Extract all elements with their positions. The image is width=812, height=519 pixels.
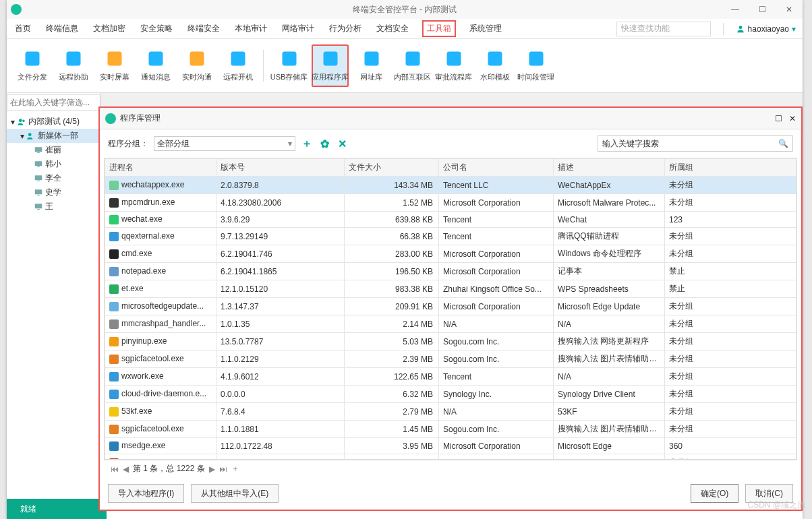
usb-icon: [280, 49, 299, 68]
svg-rect-25: [35, 204, 42, 208]
tool-USB存储库[interactable]: USB存储库: [270, 44, 308, 87]
menu-本地审计[interactable]: 本地审计: [233, 20, 268, 37]
tool-远程开机[interactable]: 远程开机: [219, 44, 256, 87]
dialog-maximize-button[interactable]: ☐: [775, 114, 782, 123]
pager-next[interactable]: ▶: [209, 464, 215, 474]
menu-安全策略[interactable]: 安全策略: [139, 20, 174, 37]
svg-rect-2: [66, 52, 80, 66]
quick-search-input[interactable]: 快速查找功能: [616, 22, 711, 36]
pager-first[interactable]: ⏮: [111, 464, 119, 474]
tool-文件分发[interactable]: 文件分发: [13, 44, 51, 87]
svg-rect-17: [35, 147, 42, 152]
table-row[interactable]: calculatorapp.exe11.2307.4.019.00 MBMicr…: [105, 454, 796, 460]
chat-icon: [187, 49, 206, 68]
table-row[interactable]: mpcmdrun.exe4.18.23080.20061.52 MBMicros…: [105, 194, 796, 212]
process-table[interactable]: 进程名版本号文件大小公司名描述所属组 wechatappex.exe2.0.83…: [104, 158, 797, 460]
table-row[interactable]: cmd.exe6.2.19041.746283.00 KBMicrosoft C…: [105, 245, 796, 263]
dialog-footer: 导入本地程序(I) 从其他组中导入(E) 确定(O) 取消(C): [100, 477, 801, 510]
tool-网址库[interactable]: 网址库: [353, 44, 390, 87]
menu-首页[interactable]: 首页: [13, 20, 32, 37]
tree-user[interactable]: 王: [7, 200, 100, 214]
menu-系统管理[interactable]: 系统管理: [468, 20, 503, 37]
bell-icon: [146, 49, 165, 68]
tree-group[interactable]: ▾ 新媒体一部: [7, 129, 100, 143]
table-row[interactable]: msedge.exe112.0.1722.483.95 MBMicrosoft …: [105, 438, 796, 454]
globe-icon: [362, 49, 381, 68]
col-header[interactable]: 所属组: [665, 159, 796, 177]
pager-prev[interactable]: ◀: [123, 464, 129, 474]
table-row[interactable]: notepad.exe6.2.19041.1865196.50 KBMicros…: [105, 263, 796, 280]
table-row[interactable]: 53kf.exe7.6.8.42.79 MBN/A53KF未分组: [105, 403, 796, 421]
import-from-group-button[interactable]: 从其他组中导入(E): [191, 484, 279, 503]
svg-rect-21: [35, 175, 42, 180]
table-row[interactable]: mmcrashpad_handler...1.0.1.352.14 MBN/AN…: [105, 315, 796, 333]
tool-应用程序库[interactable]: 应用程序库: [312, 44, 349, 87]
table-row[interactable]: microsoftedgeupdate...1.3.147.37209.91 K…: [105, 298, 796, 315]
tool-通知消息[interactable]: 通知消息: [137, 44, 174, 87]
tool-远程协助[interactable]: 远程协助: [55, 44, 92, 87]
power-icon: [229, 49, 248, 68]
pager-add[interactable]: ＋: [231, 463, 239, 475]
col-header[interactable]: 版本号: [216, 159, 345, 177]
menu-终端信息[interactable]: 终端信息: [45, 20, 80, 37]
table-row[interactable]: et.exe12.1.0.15120983.38 KBZhuhai Kingso…: [105, 280, 796, 298]
table-row[interactable]: wxwork.exe4.1.9.6012122.65 MBTencentN/A未…: [105, 368, 796, 386]
menu-行为分析[interactable]: 行为分析: [328, 20, 363, 37]
pager-last[interactable]: ⏭: [219, 464, 227, 474]
group-select[interactable]: 全部分组: [154, 136, 295, 151]
settings-icon[interactable]: ✿: [318, 138, 330, 150]
table-row[interactable]: wechatappex.exe2.0.8379.8143.34 MBTencen…: [105, 177, 796, 194]
tree-user[interactable]: 史学: [7, 185, 100, 200]
monitor-icon: [34, 188, 43, 197]
col-header[interactable]: 描述: [554, 159, 665, 177]
user-icon: [736, 24, 745, 34]
tool-审批流程库[interactable]: 审批流程库: [435, 44, 472, 87]
tool-实时沟通[interactable]: 实时沟通: [178, 44, 215, 87]
minimize-button[interactable]: —: [722, 0, 749, 19]
search-icon: 🔍: [778, 139, 788, 148]
svg-point-15: [22, 119, 25, 122]
import-local-button[interactable]: 导入本地程序(I): [108, 484, 184, 503]
dialog-close-button[interactable]: ✕: [789, 114, 796, 123]
monitor-icon: [34, 146, 43, 155]
svg-rect-6: [231, 52, 245, 66]
tool-水印模板[interactable]: 水印模板: [476, 44, 513, 87]
tree-filter-input[interactable]: [7, 94, 100, 111]
tree-root[interactable]: ▾ 内部测试 (4/5): [7, 115, 100, 129]
table-row[interactable]: pinyinup.exe13.5.0.77875.03 MBSogou.com …: [105, 333, 796, 350]
close-button[interactable]: ✕: [776, 0, 803, 19]
monitor-icon: [34, 174, 43, 183]
dialog-title: 程序库管理: [120, 113, 161, 124]
monitor-icon: [34, 160, 43, 169]
user-menu[interactable]: haoxiaoyao ▾: [736, 24, 796, 34]
tree-user[interactable]: 韩小: [7, 157, 100, 171]
table-row[interactable]: cloud-drive-daemon.e...0.0.0.06.32 MBSyn…: [105, 386, 796, 403]
table-row[interactable]: qqexternal.exe9.7.13.2914966.38 KBTencen…: [105, 228, 796, 245]
tree-user[interactable]: 李全: [7, 171, 100, 185]
col-header[interactable]: 进程名: [105, 159, 216, 177]
menu-网络审计[interactable]: 网络审计: [281, 20, 316, 37]
svg-rect-18: [37, 152, 40, 152]
menu-文档加密[interactable]: 文档加密: [92, 20, 127, 37]
menu-文档安全[interactable]: 文档安全: [375, 20, 410, 37]
dialog-icon: [105, 113, 116, 124]
col-header[interactable]: 文件大小: [345, 159, 439, 177]
menu-工具箱[interactable]: 工具箱: [422, 20, 456, 37]
delete-icon[interactable]: ✕: [336, 138, 348, 150]
left-panel: ▾ 内部测试 (4/5) ▾ 新媒体一部 崔丽韩小李全史学王: [7, 93, 101, 499]
table-row[interactable]: sgpicfacetool.exe1.1.0.18811.45 MBSogou.…: [105, 421, 796, 438]
tool-实时屏幕[interactable]: 实时屏幕: [96, 44, 133, 87]
col-header[interactable]: 公司名: [439, 159, 554, 177]
table-row[interactable]: wechat.exe3.9.6.29639.88 KBTencentWeChat…: [105, 212, 796, 228]
tool-内部互联区[interactable]: 内部互联区: [394, 44, 431, 87]
ok-button[interactable]: 确定(O): [691, 484, 738, 503]
dialog-search-input[interactable]: 输入关键字搜索 🔍: [598, 135, 793, 152]
table-row[interactable]: sgpicfacetool.exe1.1.0.21292.39 MBSogou.…: [105, 350, 796, 368]
maximize-button[interactable]: ☐: [749, 0, 776, 19]
add-icon[interactable]: ＋: [301, 138, 313, 150]
tree-user[interactable]: 崔丽: [7, 143, 100, 157]
net-icon: [403, 49, 422, 68]
tool-时间段管理[interactable]: 时间段管理: [517, 44, 554, 87]
app-icon: [11, 4, 22, 15]
menu-终端安全[interactable]: 终端安全: [186, 20, 221, 37]
